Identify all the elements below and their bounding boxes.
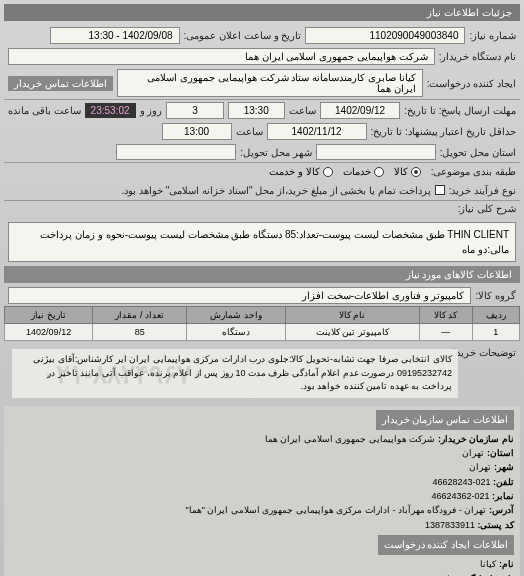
th-qty: تعداد / مقدار — [93, 307, 187, 324]
respond-time-label: ساعت — [289, 105, 316, 116]
province-label: استان: — [487, 448, 514, 458]
phone-label: تلفن: — [493, 477, 514, 487]
group-label: گروه کالا: — [475, 290, 516, 301]
address-value: تهران - فرودگاه مهرآباد - ادارات مرکزی ه… — [186, 505, 487, 515]
creator-header: اطلاعات ایجاد کننده درخواست — [378, 535, 514, 555]
requester: کیانا صابری کارمندسامانه ستاد شرکت هواپی… — [117, 69, 423, 97]
cell-date: 1402/09/12 — [5, 324, 93, 341]
payment-checkbox[interactable] — [435, 185, 445, 195]
name-value: کیانا — [480, 559, 496, 569]
cell-unit: دستگاه — [187, 324, 286, 341]
min-validity-label: حداقل تاریخ اعتبار پیشنهاد: تا تاریخ: — [371, 126, 516, 137]
city-value: تهران — [469, 462, 491, 472]
days-remaining: 3 — [166, 102, 223, 119]
radio-kala-khadamat[interactable]: کالا و خدمت — [269, 166, 333, 177]
group-value: کامپیوتر و فناوری اطلاعات-سخت افزار — [8, 287, 471, 304]
table-row[interactable]: 1 — کامپیوتر تین کلاینت دستگاه 85 1402/0… — [5, 324, 520, 341]
cell-name: کامپیوتر تین کلاینت — [285, 324, 419, 341]
requester-label: ایجاد کننده درخواست: — [427, 78, 516, 89]
payment-note: پرداخت تمام یا بخشی از مبلغ خرید،از محل … — [121, 185, 430, 196]
deliver-place-label: استان محل تحویل: — [440, 147, 516, 158]
packaging-label: طبقه بندی موضوعی: — [431, 166, 516, 177]
radio-icon — [323, 167, 333, 177]
province-value: تهران — [462, 448, 484, 458]
buyer-desc-label: توضیحات خریدار: — [466, 347, 516, 358]
radio-kala[interactable]: کالا — [394, 166, 421, 177]
deliver-city-label: شهر محل تحویل: — [240, 147, 311, 158]
request-number: 1102090049003840 — [305, 27, 465, 44]
buyer-org-label: نام دستگاه خریدار: — [439, 51, 516, 62]
remaining-label: ساعت باقی مانده — [8, 105, 81, 116]
respond-until-label: مهلت ارسال پاسخ: تا تاریخ: — [404, 105, 516, 116]
th-name: نام کالا — [285, 307, 419, 324]
desc-label: شرح کلی نیاز: — [458, 203, 516, 214]
radio-icon — [411, 167, 421, 177]
valid-time: 13:00 — [162, 123, 232, 140]
deliver-place — [316, 144, 436, 160]
radio-kk-label: کالا و خدمت — [269, 166, 320, 177]
cell-code: — — [419, 324, 472, 341]
org-label: نام سازمان خریدار: — [438, 434, 514, 444]
goods-table: ردیف کد کالا نام کالا واحد شمارش تعداد /… — [4, 306, 520, 341]
radio-khadamat[interactable]: خدمات — [343, 166, 384, 177]
cell-idx: 1 — [472, 324, 519, 341]
fax-value: 021-46624362 — [431, 491, 489, 501]
respond-date: 1402/09/12 — [320, 102, 400, 119]
cell-qty: 85 — [93, 324, 187, 341]
valid-time-label: ساعت — [236, 126, 263, 137]
payment-type-label: نوع فرآیند خرید: — [449, 185, 516, 196]
phone-value: 021-46628243 — [432, 477, 490, 487]
postal-label: کد پستی: — [478, 520, 515, 530]
radio-kala-label: کالا — [394, 166, 408, 177]
city-label: شهر: — [494, 462, 514, 472]
buyer-desc-text: کالای انتخابی صرفا جهت تشابه-تحویل کالا:… — [33, 354, 452, 391]
contact-info-badge[interactable]: اطلاعات تماس خریدار — [8, 76, 113, 91]
countdown: 23:53:02 — [85, 103, 136, 118]
contact-section: اطلاعات تماس سازمان خریدار نام سازمان خر… — [4, 406, 520, 577]
buyer-org: شرکت هواپیمایی جمهوری اسلامی ایران هما — [8, 48, 435, 65]
goods-section-header: اطلاعات کالاهای مورد نیاز — [4, 266, 520, 283]
panel-header: جزئیات اطلاعات نیاز — [4, 4, 520, 21]
fax-label: نمابر: — [492, 491, 514, 501]
deliver-city — [116, 144, 236, 160]
th-idx: ردیف — [472, 307, 519, 324]
respond-time: 13:30 — [228, 102, 285, 119]
address-label: آدرس: — [489, 505, 514, 515]
name-label: نام: — [499, 559, 514, 569]
valid-date: 1402/11/12 — [267, 123, 367, 140]
th-code: کد کالا — [419, 307, 472, 324]
request-number-label: شماره نیاز: — [469, 30, 516, 41]
radio-khadamat-label: خدمات — [343, 166, 371, 177]
radio-icon — [374, 167, 384, 177]
postal-value: 1387833911 — [425, 520, 475, 530]
th-date: تاریخ نیاز — [5, 307, 93, 324]
th-unit: واحد شمارش — [187, 307, 286, 324]
public-date: 1402/09/08 - 13:30 — [50, 27, 180, 44]
contact-header: اطلاعات تماس سازمان خریدار — [376, 410, 514, 430]
org-value: شرکت هواپیمایی جمهوری اسلامی ایران هما — [265, 434, 436, 444]
public-date-label: تاریخ و ساعت اعلان عمومی: — [184, 30, 302, 41]
buyer-desc-box: کالای انتخابی صرفا جهت تشابه-تحویل کالا:… — [12, 349, 458, 398]
desc-text: THIN CLIENT طبق مشخصات لیست پیوست-تعداد:… — [8, 222, 516, 262]
table-header-row: ردیف کد کالا نام کالا واحد شمارش تعداد /… — [5, 307, 520, 324]
days-label: روز و — [140, 105, 163, 116]
